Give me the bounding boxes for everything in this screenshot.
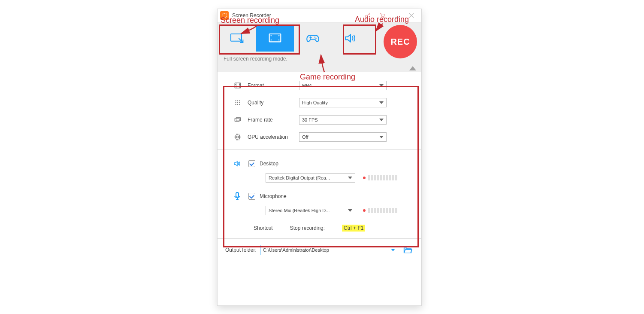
chevron-down-icon — [348, 177, 352, 179]
shortcut-label: Stop recording: — [290, 225, 325, 231]
microphone-device-select[interactable]: Stereo Mix (Realtek High D... — [266, 206, 355, 215]
quality-select-value: High Quality — [302, 100, 328, 105]
chevron-down-icon — [379, 119, 384, 121]
svg-point-2 — [381, 17, 382, 18]
row-fps: Frame rate 30 FPS — [232, 115, 412, 125]
format-label: Format — [243, 82, 299, 88]
open-folder-button[interactable] — [402, 245, 414, 255]
format-select[interactable]: MP4 — [299, 81, 387, 90]
record-button-label: REC — [390, 37, 410, 47]
svg-rect-31 — [236, 135, 240, 139]
settings-panel: Format MP4 Quality High Quality Frame ra… — [218, 72, 421, 238]
app-logo-icon — [220, 11, 229, 20]
microphone-checkbox[interactable] — [248, 193, 255, 200]
mode-toolbar: REC Full screen recording mode. — [218, 22, 421, 72]
svg-rect-0 — [222, 14, 227, 17]
desktop-device-select[interactable]: Realtek Digital Output (Rea... — [266, 173, 355, 183]
chevron-down-icon — [379, 136, 384, 138]
microphone-icon — [232, 191, 248, 201]
license-key-icon[interactable] — [360, 9, 375, 22]
svg-rect-32 — [237, 136, 239, 138]
record-dot-icon — [363, 177, 366, 179]
output-footer: Output folder: C:\Users\Administrator\De… — [218, 238, 421, 261]
shortcut-row: Shortcut Stop recording: Ctrl + F1 — [232, 224, 412, 238]
film-icon — [232, 82, 243, 89]
chip-icon — [232, 133, 243, 141]
mode-audio-button[interactable] — [332, 25, 369, 52]
svg-point-3 — [383, 17, 384, 18]
svg-point-26 — [235, 104, 236, 105]
desktop-level-meter — [363, 175, 397, 180]
row-format: Format MP4 — [232, 81, 412, 90]
svg-point-20 — [235, 100, 236, 101]
audio-microphone-group: Microphone Stereo Mix (Realtek High D... — [232, 191, 412, 215]
gpu-select[interactable]: Off — [299, 132, 387, 142]
divider — [218, 149, 421, 150]
collapse-toggle-icon[interactable] — [409, 66, 416, 70]
microphone-label: Microphone — [260, 193, 287, 199]
record-dot-icon — [363, 209, 366, 212]
fps-select-value: 30 FPS — [302, 117, 318, 122]
svg-point-24 — [237, 102, 238, 103]
title-bar: Screen Recorder — [218, 9, 421, 22]
fps-label: Frame rate — [243, 117, 299, 123]
row-gpu: GPU acceleration Off — [232, 132, 412, 142]
shortcut-title: Shortcut — [254, 225, 273, 231]
microphone-device-value: Stereo Mix (Realtek High D... — [269, 208, 330, 213]
chevron-down-icon — [348, 209, 352, 212]
chevron-down-icon — [391, 249, 395, 251]
desktop-device-value: Realtek Digital Output (Rea... — [269, 175, 330, 180]
gpu-label: GPU acceleration — [243, 134, 299, 140]
microphone-level-meter — [363, 208, 397, 213]
chevron-down-icon — [379, 84, 384, 87]
fps-select[interactable]: 30 FPS — [299, 115, 387, 125]
desktop-checkbox[interactable] — [248, 160, 255, 167]
quality-label: Quality — [243, 100, 299, 106]
framerate-icon — [232, 116, 243, 124]
svg-point-21 — [237, 100, 238, 101]
shopping-cart-icon[interactable] — [375, 9, 390, 22]
gpu-select-value: Off — [302, 134, 308, 140]
output-path-value: C:\Users\Administrator\Desktop — [263, 247, 329, 253]
shortcut-key[interactable]: Ctrl + F1 — [342, 225, 365, 232]
quality-select[interactable]: High Quality — [299, 98, 387, 107]
desktop-label: Desktop — [260, 161, 278, 167]
audio-desktop-group: Desktop Realtek Digital Output (Rea... — [232, 159, 412, 183]
mode-fullscreen-button[interactable] — [256, 25, 294, 52]
row-quality: Quality High Quality — [232, 98, 412, 107]
quality-icon — [232, 99, 243, 107]
app-window: Screen Recorder — [217, 9, 422, 306]
svg-point-22 — [239, 100, 240, 101]
svg-point-12 — [315, 38, 317, 39]
record-button[interactable]: REC — [384, 25, 417, 58]
svg-point-27 — [237, 104, 238, 105]
minimize-button[interactable] — [390, 9, 404, 22]
app-title: Screen Recorder — [232, 12, 271, 18]
svg-rect-13 — [235, 83, 241, 88]
chevron-down-icon — [379, 101, 384, 104]
close-button[interactable] — [404, 9, 419, 22]
speaker-icon — [232, 159, 248, 169]
mode-game-button[interactable] — [294, 25, 332, 52]
mode-region-button[interactable] — [218, 25, 256, 52]
svg-point-1 — [366, 15, 368, 17]
svg-point-28 — [239, 104, 240, 105]
svg-point-25 — [239, 102, 240, 103]
format-select-value: MP4 — [302, 83, 312, 88]
svg-point-23 — [235, 102, 236, 103]
svg-rect-41 — [236, 192, 239, 197]
svg-point-11 — [314, 37, 316, 38]
output-path-select[interactable]: C:\Users\Administrator\Desktop — [260, 245, 398, 255]
output-label: Output folder: — [225, 247, 257, 253]
